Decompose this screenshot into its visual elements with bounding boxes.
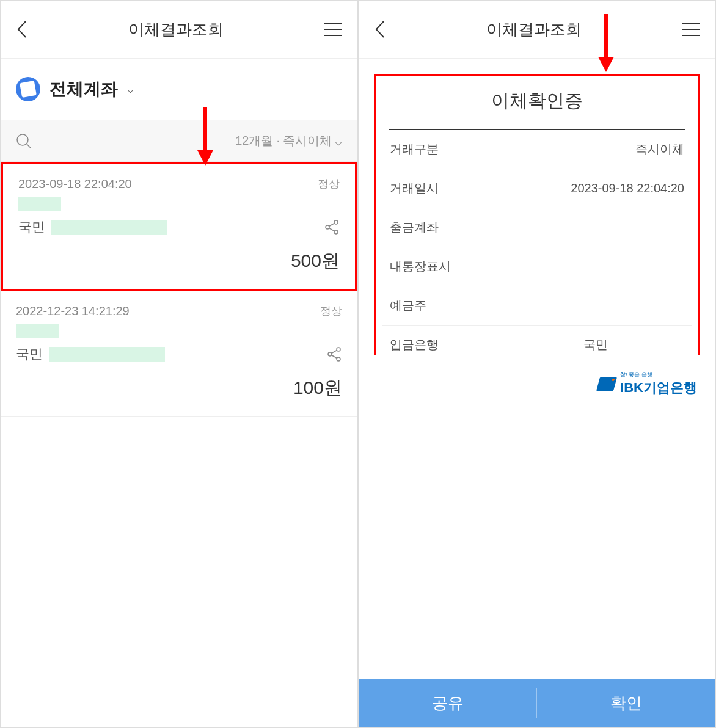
redacted-block [51, 220, 167, 235]
menu-icon[interactable] [324, 23, 342, 36]
certificate-table: 거래구분 즉시이체 거래일시 2023-09-18 22:04:20 출금계좌 … [382, 130, 692, 355]
svg-line-3 [27, 144, 31, 148]
row-label: 예금주 [382, 286, 500, 326]
svg-point-10 [337, 348, 340, 351]
row-label: 출금계좌 [382, 208, 500, 247]
row-value [500, 247, 692, 286]
redacted-block [49, 347, 165, 362]
transaction-amount: 500원 [18, 249, 340, 274]
table-row: 내통장표시 [382, 247, 692, 286]
transaction-item[interactable]: 2023-09-18 22:04:20 정상 국민 500원 [1, 162, 357, 291]
transaction-item[interactable]: 2022-12-23 14:21:29 정상 국민 100원 [1, 291, 357, 417]
row-label: 거래일시 [382, 169, 500, 208]
row-value [500, 208, 692, 247]
header: 이체결과조회 [1, 1, 357, 59]
bank-logo: 참! 좋은 은행 IBK기업은행 [359, 355, 715, 412]
right-screen: 이체결과조회 이체확인증 거래구분 즉시이체 거래일시 2023-09-18 2… [358, 0, 716, 728]
transaction-status: 정상 [320, 304, 342, 318]
svg-point-5 [334, 220, 338, 224]
table-row: 출금계좌 [382, 208, 692, 247]
transaction-bank: 국민 [18, 218, 45, 236]
left-screen: 이체결과조회 전체계좌 ⌵ 12개월 · 즉시이체 ⌵ 2023-09-18 2… [0, 0, 358, 728]
logo-text: IBK기업은행 [620, 379, 697, 397]
account-label: 전체계좌 [49, 78, 118, 101]
logo-tagline: 참! 좋은 은행 [620, 371, 697, 379]
redacted-block [16, 324, 59, 338]
row-label: 거래구분 [382, 130, 500, 169]
svg-point-9 [328, 352, 332, 356]
table-row: 예금주 [382, 286, 692, 326]
svg-line-8 [329, 228, 335, 231]
chevron-down-icon: ⌵ [335, 134, 342, 148]
account-icon [16, 77, 40, 101]
svg-point-4 [326, 225, 329, 229]
back-icon[interactable] [374, 20, 386, 38]
certificate-title: 이체확인증 [382, 89, 692, 129]
menu-icon[interactable] [682, 23, 700, 36]
certificate-box: 이체확인증 거래구분 즉시이체 거래일시 2023-09-18 22:04:20… [374, 74, 700, 355]
redacted-block [18, 197, 61, 211]
svg-line-13 [332, 355, 337, 359]
page-title: 이체결과조회 [486, 19, 582, 40]
row-value [500, 286, 692, 326]
transaction-list: 2023-09-18 22:04:20 정상 국민 500원 2022-12-2… [1, 162, 357, 727]
table-row: 거래일시 2023-09-18 22:04:20 [382, 169, 692, 208]
ibk-logo-icon [596, 377, 617, 391]
svg-line-12 [332, 351, 337, 354]
transaction-date: 2022-12-23 14:21:29 [16, 304, 130, 318]
row-label: 입금은행 [382, 326, 500, 356]
row-value: 즉시이체 [500, 130, 692, 169]
filter-type: 즉시이체 [283, 133, 332, 149]
share-icon[interactable] [326, 346, 342, 362]
bottom-buttons: 공유 확인 [359, 679, 715, 727]
transaction-status: 정상 [318, 177, 340, 191]
header: 이체결과조회 [359, 1, 715, 59]
svg-point-2 [17, 134, 28, 145]
annotation-arrow-icon [196, 107, 214, 166]
row-value: 2023-09-18 22:04:20 [500, 169, 692, 208]
transaction-date: 2023-09-18 22:04:20 [18, 177, 132, 191]
account-selector[interactable]: 전체계좌 ⌵ [1, 59, 357, 120]
back-icon[interactable] [16, 20, 28, 38]
row-value: 국민 [500, 326, 692, 356]
svg-line-7 [329, 224, 335, 227]
annotation-arrow-icon [597, 14, 615, 72]
filter-bar: 12개월 · 즉시이체 ⌵ [1, 120, 357, 162]
confirm-button[interactable]: 확인 [537, 679, 715, 727]
svg-point-6 [334, 230, 338, 234]
table-row: 입금은행 국민 [382, 326, 692, 356]
table-row: 거래구분 즉시이체 [382, 130, 692, 169]
certificate-container: 이체확인증 거래구분 즉시이체 거래일시 2023-09-18 22:04:20… [359, 59, 715, 355]
filter-dropdown[interactable]: 12개월 · 즉시이체 ⌵ [235, 133, 342, 149]
row-label: 내통장표시 [382, 247, 500, 286]
share-button[interactable]: 공유 [359, 679, 537, 727]
page-title: 이체결과조회 [128, 19, 224, 40]
transaction-bank: 국민 [16, 345, 43, 363]
svg-marker-15 [598, 57, 614, 72]
svg-point-11 [337, 357, 340, 361]
filter-period: 12개월 [235, 133, 273, 149]
transaction-amount: 100원 [16, 376, 342, 401]
svg-marker-1 [197, 150, 213, 166]
search-icon[interactable] [16, 133, 32, 149]
share-icon[interactable] [324, 219, 340, 235]
chevron-down-icon: ⌵ [127, 82, 134, 96]
